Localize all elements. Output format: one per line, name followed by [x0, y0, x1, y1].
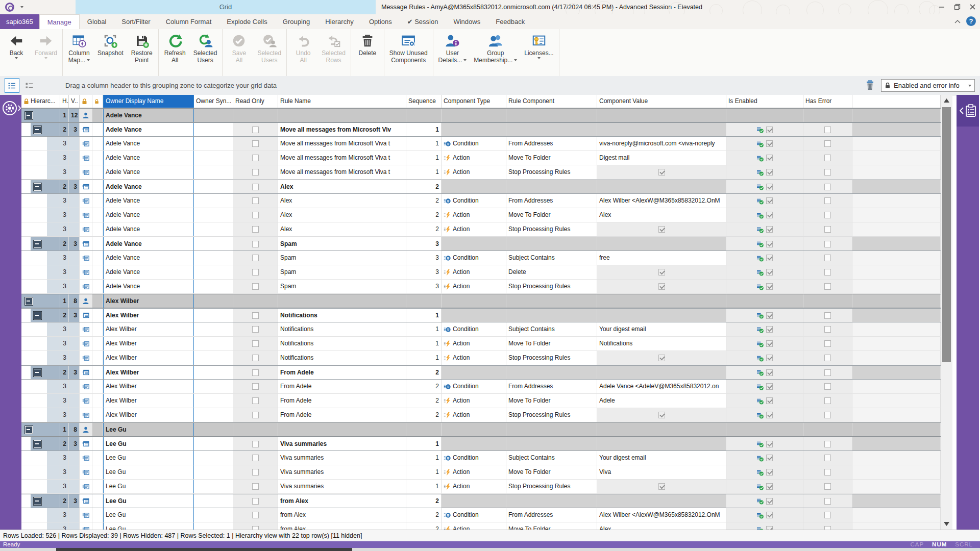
checkbox-unchecked[interactable] [824, 469, 831, 475]
column-header-filler[interactable] [852, 95, 941, 108]
cell-haserror[interactable] [803, 294, 852, 308]
cell-haserror[interactable] [803, 222, 852, 236]
app-logo-icon[interactable] [5, 3, 14, 12]
cell-compval[interactable]: Adele Vance <AdeleV@M365x85832012.on [597, 380, 726, 393]
cell-ownersyn[interactable] [194, 151, 233, 165]
checkbox-checked[interactable] [766, 169, 773, 176]
hierarchy-view-toggle[interactable] [5, 78, 19, 93]
grid-row-level-3[interactable]: 3Adele VanceAlex2ActionMove To FolderAle… [21, 208, 941, 222]
cell-rulecomp[interactable] [506, 494, 597, 508]
cell-rulename[interactable]: Spam [278, 280, 406, 293]
cell-seq[interactable]: 2 [406, 394, 442, 408]
cell-rulecomp[interactable]: Delete [506, 265, 597, 279]
cell-haserror[interactable] [803, 394, 852, 408]
cell-rulename[interactable]: From Adele [278, 366, 406, 379]
cell-comptype[interactable]: Action [442, 165, 506, 179]
cell-haserror[interactable] [803, 366, 852, 379]
checkbox-unchecked[interactable] [252, 127, 259, 133]
cell-isenabled[interactable] [726, 408, 803, 422]
checkbox-unchecked[interactable] [252, 184, 259, 190]
cell-isenabled[interactable] [726, 322, 803, 336]
checkbox-checked[interactable] [766, 441, 773, 447]
checkbox-unchecked[interactable] [252, 526, 259, 530]
cell-readonly[interactable] [233, 309, 278, 322]
cell-compval[interactable]: Viva [597, 465, 726, 479]
checkbox-unchecked[interactable] [824, 269, 831, 276]
cell-isenabled[interactable] [726, 480, 803, 493]
cell-expand[interactable] [21, 151, 60, 165]
cell-isenabled[interactable] [726, 465, 803, 479]
cell-readonly[interactable] [233, 180, 278, 193]
cell-readonly[interactable] [233, 366, 278, 379]
grid-row-level-3[interactable]: 3Alex WilberNotifications1ActionMove To … [21, 337, 941, 351]
cell-expand[interactable] [21, 265, 60, 279]
cell-readonly[interactable] [233, 508, 278, 522]
cell-haserror[interactable] [803, 408, 852, 422]
cell-expand[interactable] [21, 423, 60, 436]
cell-lock2[interactable] [92, 423, 103, 436]
cell-owner[interactable]: Adele Vance [103, 280, 194, 293]
checkbox-unchecked[interactable] [824, 526, 831, 530]
grid-row-level-2[interactable]: 23Alex WilberFrom Adele2 [21, 365, 941, 380]
cell-v[interactable] [69, 408, 80, 422]
collapse-expand-box[interactable] [24, 425, 33, 434]
cell-rulename[interactable]: Alex [278, 180, 406, 193]
cell-compval[interactable]: Alex [597, 208, 726, 222]
tab-column-format[interactable]: Column Format [158, 14, 219, 29]
checkbox-unchecked[interactable] [252, 455, 259, 461]
cell-isenabled[interactable] [726, 494, 803, 508]
cell-owner[interactable]: Lee Gu [103, 451, 194, 465]
checkbox-checked[interactable] [766, 127, 773, 133]
cell-ownersyn[interactable] [194, 208, 233, 222]
cell-expand[interactable] [21, 465, 60, 479]
cell-haserror[interactable] [803, 180, 852, 193]
column-header-seq[interactable]: Sequence [406, 95, 442, 108]
cell-readonly[interactable] [233, 208, 278, 222]
collapse-expand-box[interactable] [24, 111, 33, 120]
cell-readonly[interactable] [233, 494, 278, 508]
checkbox-unchecked[interactable] [252, 155, 259, 161]
refresh-all-button[interactable]: RefreshAll [160, 31, 190, 65]
cell-icon[interactable] [80, 465, 92, 479]
checkbox-checked[interactable] [766, 241, 773, 247]
cell-rulecomp[interactable] [506, 366, 597, 379]
cell-rulename[interactable]: Alex [278, 208, 406, 222]
checkbox-checked[interactable] [766, 140, 773, 147]
checkbox-checked[interactable] [766, 355, 773, 361]
cell-lock2[interactable] [92, 451, 103, 465]
cell-compval[interactable] [597, 437, 726, 450]
tab-windows[interactable]: Windows [446, 14, 488, 29]
cell-icon[interactable] [80, 322, 92, 336]
cell-seq[interactable]: 3 [406, 265, 442, 279]
cell-h[interactable]: 3 [60, 194, 69, 208]
cell-rulecomp[interactable]: Stop Processing Rules [506, 480, 597, 493]
cell-compval[interactable] [597, 351, 726, 365]
column-header-readonly[interactable]: Read Only [233, 95, 278, 108]
collapse-expand-box[interactable] [33, 240, 42, 248]
cell-lock2[interactable] [92, 480, 103, 493]
checkbox-unchecked[interactable] [824, 455, 831, 461]
cell-lock2[interactable] [92, 123, 103, 136]
cell-rulecomp[interactable]: Move To Folder [506, 522, 597, 530]
grid-row-level-1[interactable]: 112Adele Vance [21, 108, 941, 122]
cell-expand[interactable] [21, 508, 60, 522]
checkbox-unchecked[interactable] [252, 241, 259, 247]
checkbox-unchecked[interactable] [252, 269, 259, 276]
cell-seq[interactable]: 3 [406, 280, 442, 293]
checkbox-unchecked[interactable] [824, 184, 831, 190]
cell-isenabled[interactable] [726, 280, 803, 293]
selected-users-button[interactable]: SelectedUsers [254, 31, 285, 65]
cell-isenabled[interactable] [726, 522, 803, 530]
cell-lock2[interactable] [92, 394, 103, 408]
cell-expand[interactable] [21, 137, 60, 151]
help-icon[interactable]: ? [966, 16, 976, 26]
cell-rulecomp[interactable] [506, 423, 597, 436]
cell-comptype[interactable]: Action [442, 394, 506, 408]
cell-icon[interactable] [80, 494, 92, 508]
cell-h[interactable]: 2 [60, 237, 69, 251]
cell-icon[interactable] [80, 480, 92, 493]
cell-icon[interactable] [80, 437, 92, 450]
cell-readonly[interactable] [233, 151, 278, 165]
cell-h[interactable]: 3 [60, 165, 69, 179]
cell-icon[interactable] [80, 351, 92, 365]
